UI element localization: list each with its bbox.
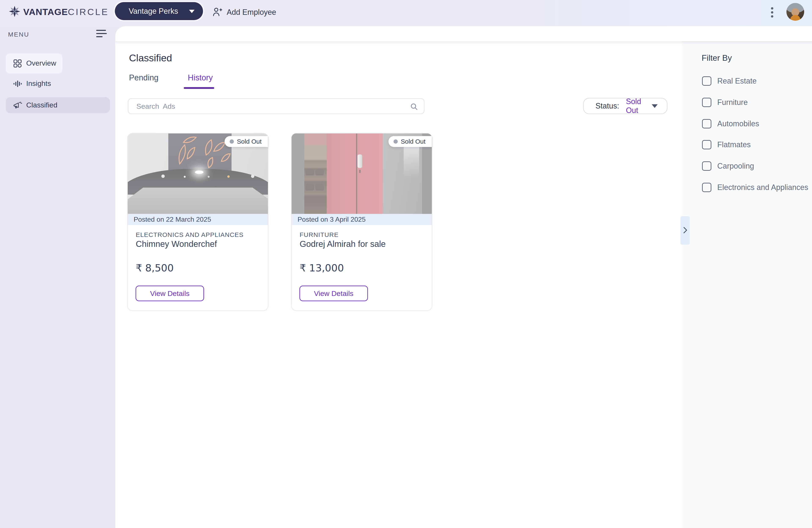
status-filter-label: Status:: [595, 102, 619, 111]
checkbox[interactable]: [702, 76, 711, 86]
add-employee-label: Add Employee: [227, 8, 276, 17]
search-box: [128, 98, 424, 114]
person-add-icon: [212, 6, 223, 18]
filter-option-furniture[interactable]: Furniture: [702, 96, 803, 109]
status-filter-value: Sold Out: [626, 97, 652, 115]
filter-by-heading: Filter By: [701, 53, 732, 62]
filter-panel: [682, 41, 812, 528]
filter-option-label: Automobiles: [717, 119, 759, 128]
active-tab-underline: [184, 87, 214, 89]
ad-price: ₹ 13,000: [300, 262, 344, 274]
hamburger-bar: [96, 36, 103, 37]
sidebar-item-label: Insights: [26, 79, 51, 88]
page-title: Classified: [129, 52, 172, 64]
checkbox[interactable]: [702, 140, 711, 149]
status-badge-label: Sold Out: [237, 138, 262, 145]
classified-ad-card: Sold Out Posted on 22 March 2025 ELECTRO…: [127, 133, 269, 311]
logo-wordmark: VANTAGECIRCLE: [23, 7, 109, 17]
status-dot-icon: [230, 139, 234, 144]
filter-option-label: Furniture: [717, 98, 748, 107]
app-root: VANTAGECIRCLE Vantage Perks Add Employee…: [0, 0, 812, 528]
sidebar-collapse-icon[interactable]: [96, 30, 107, 37]
overview-grid-icon: [13, 59, 23, 68]
app-switcher-label: Vantage Perks: [129, 7, 178, 16]
filter-panel-toggle[interactable]: [680, 216, 690, 245]
view-details-button[interactable]: View Details: [135, 286, 204, 301]
filter-option-automobiles[interactable]: Automobiles: [702, 117, 803, 130]
status-badge-label: Sold Out: [401, 138, 425, 145]
add-employee-button[interactable]: Add Employee: [212, 6, 276, 18]
status-filter-dropdown[interactable]: Status: Sold Out: [583, 98, 667, 114]
tab-history[interactable]: History: [188, 73, 213, 82]
posted-date: Posted on 3 April 2025: [292, 214, 432, 225]
filter-option-carpooling[interactable]: Carpooling: [702, 160, 803, 172]
hamburger-bar: [96, 33, 107, 34]
kebab-dot: [771, 11, 773, 14]
search-icon[interactable]: [410, 102, 419, 112]
chevron-down-icon: [189, 10, 194, 13]
filter-option-electronics[interactable]: Electronics and Appliances: [702, 181, 803, 194]
sidebar-menu-heading: MENU: [8, 31, 29, 38]
insights-waveform-icon: [13, 79, 23, 89]
kebab-dot: [771, 15, 773, 17]
posted-date: Posted on 22 March 2025: [128, 214, 268, 225]
checkbox[interactable]: [702, 119, 711, 128]
hamburger-bar: [96, 30, 106, 31]
app-switcher-dropdown[interactable]: Vantage Perks: [115, 2, 203, 20]
chevron-down-icon: [652, 104, 658, 108]
logo-word-primary: VANTAGE: [23, 7, 68, 17]
sidebar-item-label: Classified: [26, 101, 57, 109]
filter-option-real-estate[interactable]: Real Estate: [702, 75, 803, 87]
tab-pending[interactable]: Pending: [129, 73, 158, 82]
checkbox[interactable]: [702, 183, 711, 192]
ad-title: Chimney Wonderchef: [136, 239, 217, 249]
filter-option-label: Real Estate: [717, 76, 757, 85]
user-avatar[interactable]: [786, 3, 804, 21]
logo-word-secondary: CIRCLE: [68, 7, 109, 17]
filter-option-flatmates[interactable]: Flatmates: [702, 138, 803, 151]
checkbox[interactable]: [702, 161, 711, 171]
ad-title: Godrej Almirah for sale: [300, 239, 386, 249]
ad-category: ELECTRONICS AND APPLIANCES: [136, 231, 244, 239]
more-options-kebab-menu[interactable]: [771, 7, 774, 17]
logo-star-icon: [9, 5, 21, 18]
kebab-dot: [771, 7, 773, 10]
filter-option-label: Carpooling: [717, 162, 754, 171]
filter-option-label: Flatmates: [717, 140, 751, 149]
sidebar-item-label: Overview: [26, 59, 56, 67]
ad-category: FURNITURE: [300, 231, 338, 239]
status-badge: Sold Out: [224, 136, 268, 147]
view-details-button[interactable]: View Details: [300, 286, 368, 301]
megaphone-icon: [13, 100, 23, 110]
chevron-right-icon: [682, 226, 688, 235]
status-badge: Sold Out: [389, 136, 432, 147]
classified-ad-card: Sold Out Posted on 3 April 2025 FURNITUR…: [291, 133, 432, 311]
search-input[interactable]: [128, 99, 424, 114]
ad-price: ₹ 8,500: [136, 262, 174, 274]
checkbox[interactable]: [702, 98, 711, 107]
filter-option-label: Electronics and Appliances: [717, 183, 808, 192]
vantage-circle-logo: VANTAGECIRCLE: [9, 5, 109, 18]
header-shadow: [115, 41, 812, 45]
status-dot-icon: [393, 139, 398, 144]
